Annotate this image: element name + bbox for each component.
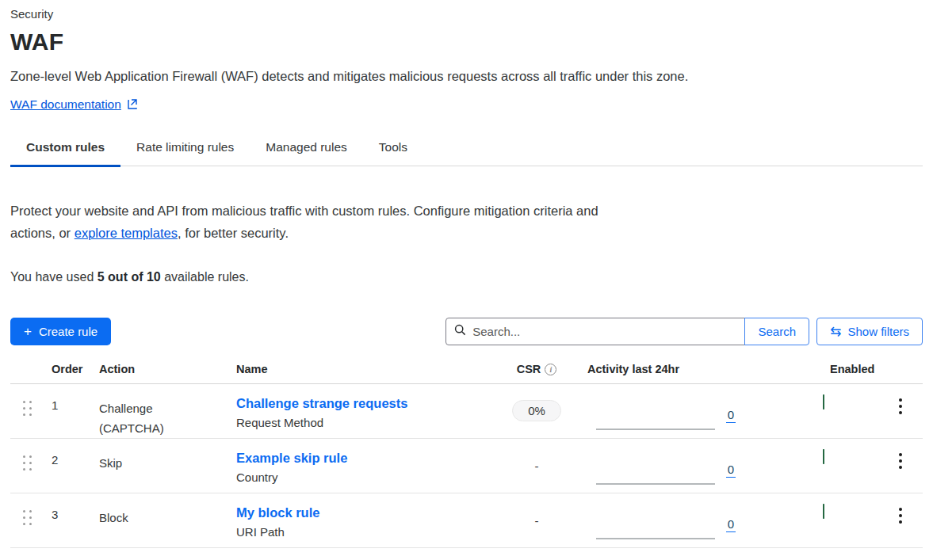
csr-value: - (535, 509, 539, 528)
usage-text: You have used 5 out of 10 available rule… (10, 270, 923, 284)
show-filters-button[interactable]: ⇆ Show filters (816, 318, 923, 345)
doc-link-row: WAF documentation (10, 97, 923, 112)
csr-badge: 0% (512, 400, 561, 421)
usage-count: 5 out of 10 (98, 270, 161, 284)
toggle-knob (805, 451, 822, 469)
toolbar: + Create rule Search ⇆ Show filt (10, 318, 923, 345)
check-icon (830, 509, 839, 517)
activity-count-link[interactable]: 0 (726, 408, 736, 423)
usage-suffix: available rules. (161, 270, 249, 284)
activity-count-link[interactable]: 0 (726, 517, 736, 532)
row-menu-kebab-icon[interactable] (892, 398, 902, 414)
external-link-icon (127, 99, 138, 110)
toggle-knob (805, 506, 822, 524)
search-icon (454, 324, 466, 339)
rule-name-link[interactable]: Challenge strange requests (236, 396, 407, 411)
table-row: 1 Challenge (CAPTCHA) Challenge strange … (10, 384, 923, 439)
page-title: WAF (10, 29, 923, 55)
header-csr-label: CSR (517, 363, 541, 375)
waf-documentation-link[interactable]: WAF documentation (10, 97, 121, 112)
search-button[interactable]: Search (744, 318, 809, 345)
tab-rate-limiting-rules[interactable]: Rate limiting rules (120, 131, 250, 166)
rule-name-cell: Example skip rule Country (228, 439, 489, 484)
activity-count-link[interactable]: 0 (726, 463, 736, 478)
enabled-cell (753, 439, 892, 464)
rule-name-link[interactable]: Example skip rule (236, 451, 347, 466)
csr-empty: - (535, 514, 539, 528)
drag-handle-icon[interactable] (23, 510, 32, 525)
rule-action: Skip (91, 439, 190, 473)
waf-page: Security WAF Zone-level Web Application … (0, 0, 933, 548)
rule-order: 2 (44, 439, 91, 467)
enabled-toggle[interactable] (823, 504, 824, 519)
row-menu-kebab-icon[interactable] (892, 508, 902, 524)
header-name: Name (228, 363, 489, 375)
rule-order: 3 (44, 493, 91, 521)
create-rule-label: Create rule (39, 325, 98, 338)
check-icon (830, 454, 839, 463)
activity-sparkline (596, 461, 715, 485)
table-row: 2 Skip Example skip rule Country - 0 (10, 439, 923, 493)
activity-cell: 0 (584, 493, 753, 539)
toolbar-right: Search ⇆ Show filters (445, 318, 923, 345)
header-csr: CSR i (517, 363, 557, 375)
table-row: 3 Block My block rule URI Path - 0 (10, 493, 923, 548)
csr-value: 0% (512, 400, 561, 421)
search-box (445, 318, 745, 345)
drag-handle-icon[interactable] (23, 401, 32, 416)
explore-templates-link[interactable]: explore templates (75, 226, 178, 240)
tab-custom-rules[interactable]: Custom rules (10, 131, 120, 166)
enabled-cell (753, 493, 892, 519)
rule-field: Country (236, 470, 489, 484)
header-order: Order (44, 363, 91, 375)
activity-sparkline (596, 406, 715, 430)
tab-managed-rules[interactable]: Managed rules (250, 131, 363, 166)
search-input[interactable] (472, 325, 736, 338)
activity-sparkline (596, 516, 715, 539)
tab-tools[interactable]: Tools (363, 131, 423, 166)
header-enabled: Enabled (830, 363, 892, 375)
rule-order: 1 (44, 384, 91, 412)
breadcrumb: Security (10, 6, 923, 21)
rule-name-link[interactable]: My block rule (236, 505, 319, 520)
info-icon[interactable]: i (545, 364, 556, 375)
table-header-row: Order Action Name CSR i Activity last 24… (10, 363, 923, 384)
drag-handle-icon[interactable] (23, 455, 32, 470)
row-menu-kebab-icon[interactable] (892, 453, 902, 469)
header-activity: Activity last 24hr (584, 363, 753, 375)
page-description: Zone-level Web Application Firewall (WAF… (10, 69, 923, 84)
search-group: Search (445, 318, 809, 345)
enabled-toggle[interactable] (823, 394, 824, 410)
csr-empty: - (535, 459, 539, 473)
tab-bar: Custom rules Rate limiting rules Managed… (10, 131, 923, 166)
header-action: Action (91, 363, 228, 375)
create-rule-button[interactable]: + Create rule (10, 318, 111, 345)
rules-table: Order Action Name CSR i Activity last 24… (10, 363, 923, 548)
rule-field: URI Path (236, 525, 489, 539)
usage-prefix: You have used (10, 270, 98, 284)
plus-icon: + (24, 325, 32, 338)
enabled-cell (753, 384, 892, 410)
rule-field: Request Method (236, 416, 489, 429)
rule-action: Block (91, 493, 190, 528)
toggle-knob (805, 397, 822, 414)
filters-swap-icon: ⇆ (830, 325, 841, 338)
intro-after: , for better security. (178, 226, 289, 240)
rule-name-cell: My block rule URI Path (228, 493, 489, 539)
activity-cell: 0 (584, 384, 753, 430)
activity-cell: 0 (584, 439, 753, 485)
enabled-toggle[interactable] (823, 449, 824, 464)
check-icon (830, 399, 839, 408)
rule-name-cell: Challenge strange requests Request Metho… (228, 384, 489, 429)
csr-value: - (535, 455, 539, 474)
show-filters-label: Show filters (847, 325, 909, 338)
rule-action: Challenge (CAPTCHA) (91, 384, 190, 438)
intro-text: Protect your website and API from malici… (10, 200, 601, 244)
